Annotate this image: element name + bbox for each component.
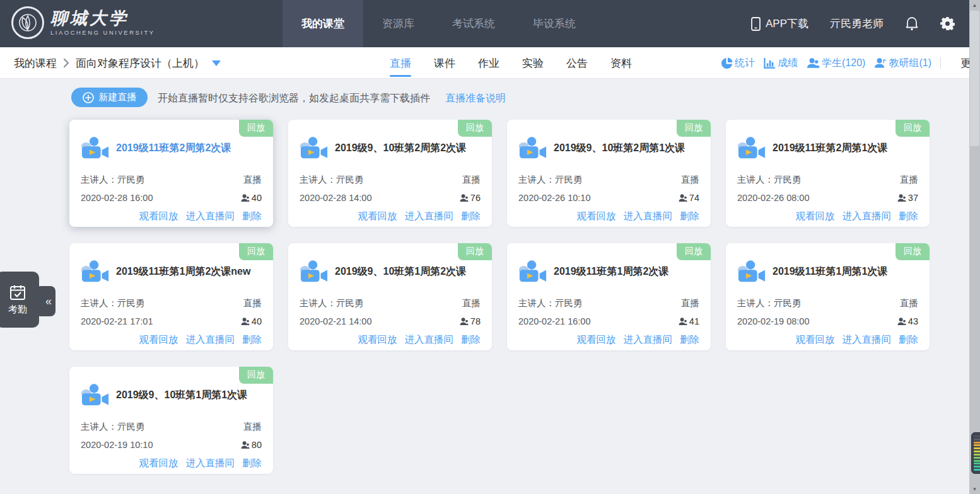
university-logo[interactable]: 聊城大学 LIAOCHENG UNIVERSITY	[11, 6, 155, 39]
delete-link[interactable]: 删除	[242, 210, 262, 223]
watch-replay-link[interactable]: 观看回放	[139, 457, 178, 470]
watch-replay-link[interactable]: 观看回放	[796, 210, 835, 223]
session-title[interactable]: 2019级11班第1周第1次课	[773, 265, 887, 279]
tab-announcement[interactable]: 公告	[566, 47, 588, 79]
watch-replay-link[interactable]: 观看回放	[139, 333, 178, 347]
delete-link[interactable]: 删除	[242, 333, 262, 347]
user-name: 亓民勇老师	[830, 16, 884, 31]
nav-item-graduation-system[interactable]: 毕设系统	[514, 0, 595, 47]
breadcrumb-course-name: 面向对象程序设计（上机）	[76, 56, 204, 71]
live-camera-icon	[81, 135, 110, 161]
enter-room-link[interactable]: 进入直播间	[186, 333, 235, 347]
live-session-card[interactable]: 回放 2019级11班第1周第1次课 主讲人：亓民勇 直播 2020-02-19…	[726, 243, 930, 350]
delete-link[interactable]: 删除	[461, 333, 481, 347]
session-title[interactable]: 2019级11班第2周第1次课	[773, 141, 887, 155]
course-dropdown-icon[interactable]	[212, 60, 221, 66]
live-session-card[interactable]: 回放 2019级9、10班第1周第1次课 主讲人：亓民勇 直播 2020-02-…	[69, 367, 273, 474]
live-session-card[interactable]: 回放 2019级11班第2周第1次课 主讲人：亓民勇 直播 2020-02-26…	[726, 120, 930, 227]
statistics-link[interactable]: 统计	[721, 57, 755, 70]
session-title[interactable]: 2019级9、10班第1周第1次课	[116, 388, 247, 402]
delete-link[interactable]: 删除	[899, 333, 918, 347]
divider	[940, 57, 941, 69]
notifications-bell-icon[interactable]	[905, 16, 919, 32]
presenter-name: 亓民勇	[555, 175, 583, 185]
tab-live[interactable]: 直播	[390, 47, 411, 79]
watch-replay-link[interactable]: 观看回放	[139, 210, 178, 223]
enter-room-link[interactable]: 进入直播间	[843, 333, 892, 347]
widget-stripe	[974, 457, 980, 459]
scroll-down-icon[interactable]: ▼	[969, 484, 980, 494]
enter-room-link[interactable]: 进入直播间	[405, 210, 454, 223]
scrollbar-thumb[interactable]	[970, 11, 979, 146]
students-link[interactable]: 学生(120)	[807, 57, 865, 70]
enter-room-link[interactable]: 进入直播间	[186, 457, 235, 470]
enter-room-link[interactable]: 进入直播间	[843, 210, 892, 223]
delete-link[interactable]: 删除	[680, 210, 699, 223]
tab-courseware[interactable]: 课件	[434, 47, 455, 79]
live-session-card[interactable]: 回放 2019级11班第1周第2次课 主讲人：亓民勇 直播 2020-02-21…	[507, 243, 711, 350]
session-type: 直播	[681, 174, 699, 186]
enter-room-link[interactable]: 进入直播间	[624, 210, 673, 223]
tab-materials[interactable]: 资料	[610, 47, 632, 79]
nav-item-exam-system[interactable]: 考试系统	[433, 0, 514, 47]
session-title[interactable]: 2019级11班第1周第2次课new	[116, 265, 250, 279]
live-session-card[interactable]: 回放 2019级9、10班第1周第2次课 主讲人：亓民勇 直播 2020-02-…	[288, 243, 492, 350]
live-session-card[interactable]: 回放 2019级11班第2周第2次课 主讲人：亓民勇 直播 2020-02-28…	[69, 120, 273, 227]
live-guide-link[interactable]: 直播准备说明	[445, 92, 506, 105]
new-live-button[interactable]: 新建直播	[71, 88, 148, 107]
enter-room-link[interactable]: 进入直播间	[405, 333, 454, 347]
session-type: 直播	[900, 297, 918, 309]
session-time: 2020-02-21 17:01	[81, 316, 153, 326]
delete-link[interactable]: 删除	[461, 210, 481, 223]
presenter-line: 主讲人：亓民勇	[737, 174, 802, 186]
session-title[interactable]: 2019级11班第1周第2次课	[554, 265, 668, 279]
grades-link[interactable]: 成绩	[764, 57, 798, 70]
delete-link[interactable]: 删除	[680, 333, 699, 347]
person-icon	[679, 318, 687, 326]
person-icon	[460, 194, 469, 202]
session-title[interactable]: 2019级9、10班第1周第2次课	[335, 265, 466, 279]
bar-chart-icon	[764, 57, 776, 69]
widget-stripe	[974, 435, 980, 437]
vertical-scrollbar[interactable]: ▲ ▼	[969, 0, 980, 494]
presenter-line: 主讲人：亓民勇	[300, 297, 364, 309]
watch-replay-link[interactable]: 观看回放	[358, 210, 397, 223]
delete-link[interactable]: 删除	[899, 210, 918, 223]
delete-link[interactable]: 删除	[242, 457, 262, 470]
user-menu[interactable]: 亓民勇老师	[830, 16, 884, 31]
watch-replay-link[interactable]: 观看回放	[796, 333, 835, 347]
settings-gear-icon[interactable]	[940, 16, 955, 31]
attendance-button[interactable]: 考勤	[0, 272, 39, 328]
course-subheader: 我的课程 面向对象程序设计（上机） 直播 课件 作业 实验 公告 资料 统计 成…	[0, 47, 971, 79]
tab-homework[interactable]: 作业	[478, 47, 499, 79]
viewer-count: 43	[897, 316, 918, 326]
app-download-button[interactable]: APP下载	[751, 16, 808, 31]
person-icon	[897, 318, 906, 326]
live-camera-icon	[300, 259, 329, 284]
live-camera-icon	[81, 259, 110, 284]
attendance-label: 考勤	[8, 304, 27, 316]
person-icon	[679, 194, 687, 202]
research-group-link[interactable]: 教研组(1)	[874, 57, 931, 70]
session-title[interactable]: 2019级9、10班第2周第2次课	[335, 141, 466, 155]
nav-item-my-classroom[interactable]: 我的课堂	[283, 0, 363, 47]
presenter-line: 主讲人：亓民勇	[737, 297, 802, 309]
session-title[interactable]: 2019级11班第2周第2次课	[116, 141, 231, 155]
watch-replay-link[interactable]: 观看回放	[577, 210, 616, 223]
watch-replay-link[interactable]: 观看回放	[358, 333, 397, 347]
watch-replay-link[interactable]: 观看回放	[577, 333, 616, 347]
session-time: 2020-02-26 10:10	[518, 193, 591, 203]
session-time: 2020-02-19 10:10	[81, 440, 153, 450]
nav-item-resource-library[interactable]: 资源库	[363, 0, 433, 47]
enter-room-link[interactable]: 进入直播间	[186, 210, 235, 223]
tab-experiment[interactable]: 实验	[522, 47, 544, 79]
enter-room-link[interactable]: 进入直播间	[624, 333, 673, 347]
live-session-card[interactable]: 回放 2019级11班第1周第2次课new 主讲人：亓民勇 直播 2020-02…	[69, 243, 273, 350]
live-session-card[interactable]: 回放 2019级9、10班第2周第1次课 主讲人：亓民勇 直播 2020-02-…	[507, 120, 711, 227]
breadcrumb-my-courses[interactable]: 我的课程	[14, 56, 57, 71]
session-title[interactable]: 2019级9、10班第2周第1次课	[554, 141, 685, 155]
scroll-up-icon[interactable]: ▲	[969, 0, 980, 10]
course-tabs: 直播 课件 作业 实验 公告 资料	[390, 47, 632, 79]
live-session-card[interactable]: 回放 2019级9、10班第2周第2次课 主讲人：亓民勇 直播 2020-02-…	[288, 120, 492, 227]
session-type: 直播	[462, 297, 481, 309]
